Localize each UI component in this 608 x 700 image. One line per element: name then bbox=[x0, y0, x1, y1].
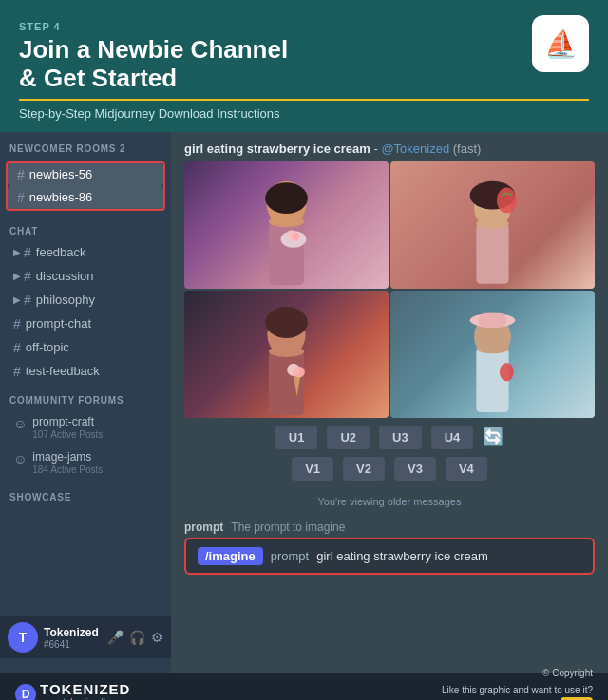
step-label: STEP 4 bbox=[19, 21, 61, 32]
footer-logo: D TOKENIZED www.tokenizedhq.com bbox=[15, 681, 135, 700]
hash-icon: # bbox=[24, 293, 31, 308]
sail-icon: ⛵ bbox=[544, 28, 578, 60]
arrow-icon: ▶ bbox=[13, 271, 21, 281]
newcomer-section-label: NEWCOMER ROOMS 2 bbox=[0, 132, 171, 158]
hash-icon: # bbox=[24, 245, 31, 260]
main-area: NEWCOMER ROOMS 2 # newbies-56 # newbies-… bbox=[0, 132, 608, 673]
svg-rect-2 bbox=[269, 221, 304, 285]
svg-point-18 bbox=[294, 366, 305, 377]
prompt-label-row: prompt The prompt to imagine bbox=[184, 520, 595, 534]
forum-icon: ☺ bbox=[13, 416, 27, 431]
discord-icon: D bbox=[15, 684, 36, 700]
svg-point-15 bbox=[269, 346, 304, 357]
sidebar-channel-feedback[interactable]: ▶ # feedback bbox=[4, 241, 167, 264]
sidebar-channel-promptchat[interactable]: # prompt-chat bbox=[4, 312, 167, 335]
svg-rect-22 bbox=[476, 349, 508, 412]
user-name: Tokenized bbox=[44, 626, 107, 639]
v3-button[interactable]: V3 bbox=[394, 457, 436, 481]
forum-item-imagejams[interactable]: ☺ image-jams 184 Active Posts bbox=[4, 445, 167, 480]
refresh-icon[interactable]: 🔄 bbox=[483, 426, 504, 447]
v2-button[interactable]: V2 bbox=[343, 457, 385, 481]
u-buttons-row: U1 U2 U3 U4 🔄 bbox=[171, 418, 608, 457]
prompt-input-box[interactable]: /imagine prompt girl eating strawberry i… bbox=[184, 538, 595, 575]
v-buttons-row: V1 V2 V3 V4 bbox=[171, 457, 608, 488]
prompt-value: girl eating strawberry ice cream bbox=[316, 549, 488, 563]
user-actions: 🎤 🎧 ⚙ bbox=[107, 630, 163, 645]
mic-icon[interactable]: 🎤 bbox=[107, 630, 124, 645]
sidebar-channel-discussion[interactable]: ▶ # discussion bbox=[4, 265, 167, 288]
sidebar: NEWCOMER ROOMS 2 # newbies-56 # newbies-… bbox=[0, 132, 171, 673]
hash-icon: # bbox=[13, 340, 21, 355]
image-grid bbox=[184, 161, 595, 418]
u2-button[interactable]: U2 bbox=[327, 426, 370, 449]
u3-button[interactable]: U3 bbox=[379, 426, 422, 449]
forum-item-promptcraft[interactable]: ☺ prompt-craft 107 Active Posts bbox=[4, 410, 167, 445]
arrow-icon: ▶ bbox=[13, 294, 21, 305]
svg-point-1 bbox=[265, 182, 308, 214]
newcomer-box: # newbies-56 # newbies-86 bbox=[6, 161, 165, 211]
svg-rect-21 bbox=[479, 313, 507, 328]
footer-left: D TOKENIZED www.tokenizedhq.com bbox=[15, 681, 135, 700]
image-cell-tl bbox=[184, 161, 389, 289]
forum-icon: ☺ bbox=[13, 451, 27, 466]
hash-icon: # bbox=[13, 364, 21, 379]
sidebar-channel-philosophy[interactable]: ▶ # philosophy bbox=[4, 289, 167, 312]
v1-button[interactable]: V1 bbox=[292, 457, 333, 481]
image-cell-bl bbox=[184, 291, 389, 418]
prompt-keyword: prompt bbox=[271, 549, 309, 563]
forums-section-label: COMMUNITY FORUMS bbox=[0, 384, 171, 409]
prompt-area: prompt The prompt to imagine /imagine pr… bbox=[171, 513, 608, 580]
brand-name: TOKENIZED bbox=[40, 681, 135, 697]
image-cell-br bbox=[390, 291, 595, 418]
headphone-icon[interactable]: 🎧 bbox=[129, 630, 145, 645]
arrow-icon: ▶ bbox=[13, 247, 21, 257]
hash-icon: # bbox=[24, 269, 31, 284]
avatar: T bbox=[8, 622, 38, 653]
u1-button[interactable]: U1 bbox=[276, 426, 318, 449]
hash-icon: # bbox=[17, 190, 25, 205]
chat-section-label: CHAT bbox=[0, 215, 171, 240]
older-messages-banner: You're viewing older messages bbox=[184, 492, 595, 509]
image-cell-tr bbox=[390, 161, 595, 289]
svg-point-24 bbox=[500, 363, 514, 381]
footer-right: © CopyrightLike this graphic and want to… bbox=[402, 663, 593, 700]
svg-point-10 bbox=[476, 218, 508, 228]
user-tag: #6641 bbox=[44, 639, 107, 650]
imagine-command: /imagine bbox=[198, 547, 263, 565]
sidebar-channel-newbies86[interactable]: # newbies-86 bbox=[8, 186, 163, 209]
header: STEP 4 Join a Newbie Channel & Get Start… bbox=[0, 0, 608, 132]
svg-point-11 bbox=[497, 187, 517, 213]
header-title: Join a Newbie Channel & Get Started bbox=[19, 36, 589, 93]
svg-rect-9 bbox=[476, 223, 508, 283]
logo-box: ⛵ bbox=[532, 15, 589, 72]
content-area: girl eating strawberry ice cream - @Toke… bbox=[171, 132, 608, 673]
svg-point-23 bbox=[476, 344, 508, 353]
u4-button[interactable]: U4 bbox=[431, 426, 474, 449]
svg-point-13 bbox=[265, 307, 308, 338]
hash-icon: # bbox=[17, 167, 25, 182]
sidebar-channel-offtopic[interactable]: # off-topic bbox=[4, 336, 167, 359]
svg-point-3 bbox=[269, 216, 304, 227]
settings-icon[interactable]: ⚙ bbox=[151, 630, 163, 645]
svg-point-6 bbox=[292, 232, 300, 240]
showcase-section-label: SHOWCASE bbox=[0, 481, 171, 506]
hash-icon: # bbox=[13, 316, 21, 331]
image-title: girl eating strawberry ice cream - @Toke… bbox=[171, 132, 608, 161]
sidebar-channel-testfeedback[interactable]: # test-feedback bbox=[4, 360, 167, 383]
footer: D TOKENIZED www.tokenizedhq.com © Copyri… bbox=[0, 673, 608, 700]
user-info: Tokenized #6641 bbox=[44, 626, 107, 650]
v4-button[interactable]: V4 bbox=[446, 457, 487, 481]
user-bar: T Tokenized #6641 🎤 🎧 ⚙ bbox=[0, 616, 171, 658]
header-subtitle: Step-by-Step Midjourney Download Instruc… bbox=[19, 99, 589, 121]
sidebar-channel-newbies56[interactable]: # newbies-56 bbox=[8, 163, 163, 186]
copyright-text: © CopyrightLike this graphic and want to… bbox=[402, 668, 593, 700]
